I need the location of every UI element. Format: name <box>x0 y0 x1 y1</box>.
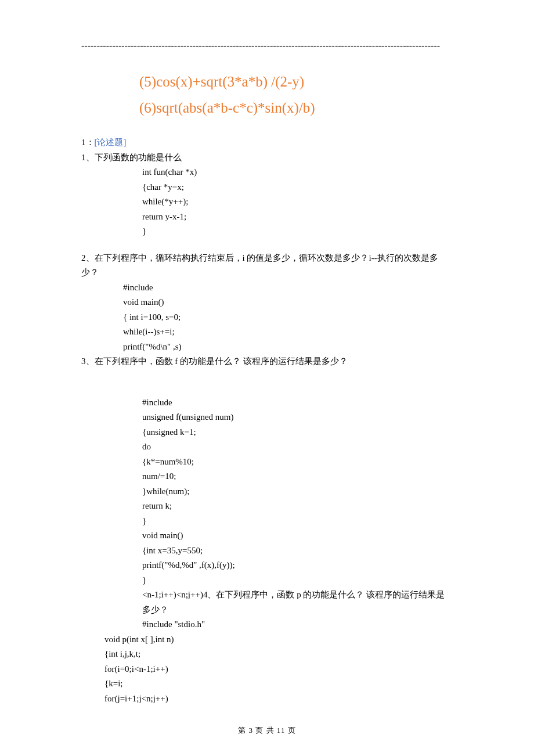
q3-code: #include unsigned f(unsigned num) {unsig… <box>142 395 453 588</box>
q4-intro: <n-1;i++)<n;j++)4、在下列程序中，函数 p 的功能是什么？ 该程… <box>142 588 450 617</box>
code-line: } <box>142 224 453 239</box>
code-line: {int i,j,k,t; <box>104 647 453 662</box>
expr-6: (6)sqrt(abs(a*b-c*c)*sin(x)/b) <box>139 95 453 121</box>
code-line: printf("%d,%d" ,f(x),f(y)); <box>142 558 453 573</box>
code-line: unsigned f(unsigned num) <box>142 410 453 425</box>
q4-include: #include "stdio.h" <box>142 617 453 632</box>
code-line: return y-x-1; <box>142 210 453 225</box>
answer-expressions: (5)cos(x)+sqrt(3*a*b) /(2-y) (6)sqrt(abs… <box>139 69 453 121</box>
code-line: void main() <box>123 295 453 310</box>
code-line: } <box>142 514 453 529</box>
code-line: while(*y++); <box>142 195 453 210</box>
code-line: {unsigned k=1; <box>142 425 453 440</box>
code-line: #include <box>123 280 453 296</box>
page-footer: 第 3 页 共 11 页 <box>0 725 534 736</box>
q2-code: #include void main() { int i=100, s=0; w… <box>123 280 453 355</box>
code-line: void main() <box>142 528 453 543</box>
code-line: {char *y=x; <box>142 180 453 195</box>
code-line: num/=10; <box>142 469 453 484</box>
code-line: {k*=num%10; <box>142 455 453 470</box>
code-line: int fun(char *x) <box>142 165 453 180</box>
q1-code: int fun(char *x) {char *y=x; while(*y++)… <box>142 165 453 239</box>
code-line: while(i--)s+=i; <box>123 325 453 340</box>
code-line: printf("%d\n" ,s) <box>123 340 453 355</box>
code-line: { int i=100, s=0; <box>123 310 453 325</box>
code-line: }while(num); <box>142 484 453 499</box>
q1-body: 1、下列函数的功能是什么 <box>81 150 453 165</box>
code-line: for(j=i+1;j<n;j++) <box>104 692 453 707</box>
q4-code: void p(int x[ ],int n) {int i,j,k,t; for… <box>104 632 453 707</box>
code-line: return k; <box>142 499 453 514</box>
code-line: #include <box>142 395 453 411</box>
code-line: for(i=0;i<n-1;i++) <box>104 662 453 677</box>
q1-prefix: 1： <box>81 138 95 147</box>
expr-5: (5)cos(x)+sqrt(3*a*b) /(2-y) <box>139 69 453 95</box>
code-line: {k=i; <box>104 676 453 692</box>
question-1-header: 1：[论述题] <box>81 135 453 150</box>
code-line: do <box>142 440 453 455</box>
q1-tag: [论述题] <box>95 138 127 147</box>
page: ----------------------------------------… <box>0 0 534 756</box>
q2-body: 2、在下列程序中，循环结构执行结束后，i 的值是多少，循环次数是多少？i--执行… <box>81 251 453 280</box>
header-rule: ----------------------------------------… <box>81 41 453 51</box>
code-line: void p(int x[ ],int n) <box>104 632 453 647</box>
code-line: {int x=35,y=550; <box>142 543 453 559</box>
q3-body: 3、在下列程序中，函数 f 的功能是什么？ 该程序的运行结果是多少？ <box>81 354 453 369</box>
code-line: } <box>142 573 453 588</box>
